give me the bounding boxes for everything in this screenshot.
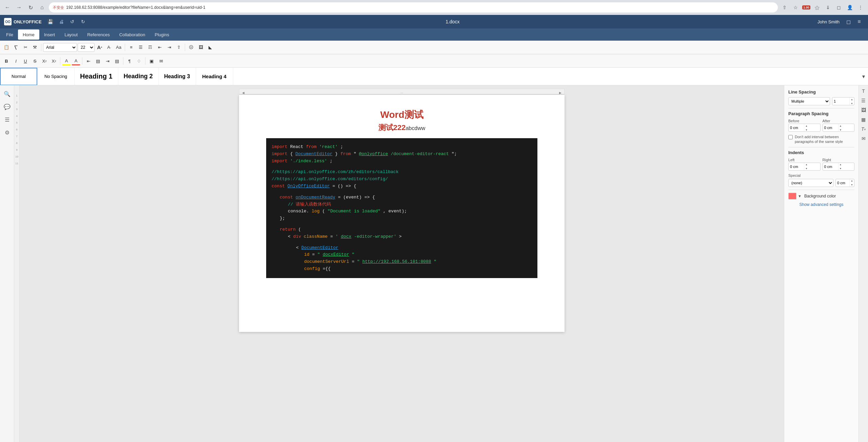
- text-panel-button[interactable]: T: [859, 87, 868, 96]
- chart-panel-button[interactable]: ▦: [859, 115, 868, 124]
- insert-image-button[interactable]: 🖼: [196, 43, 205, 52]
- line-spacing-decrement[interactable]: ▼: [850, 101, 854, 105]
- image-panel-button[interactable]: 🖼: [859, 106, 868, 114]
- save-button[interactable]: 💾: [46, 17, 55, 26]
- left-indent-input[interactable]: ▲ ▼: [788, 163, 821, 171]
- undo-button[interactable]: ↺: [67, 17, 77, 26]
- underline-button[interactable]: U: [21, 57, 30, 65]
- bookmark-button[interactable]: ☆: [791, 3, 800, 12]
- tab-home[interactable]: Home: [18, 29, 39, 40]
- style-no-spacing[interactable]: No Spacing: [37, 68, 75, 85]
- forward-button[interactable]: →: [14, 3, 24, 12]
- document-area[interactable]: ◀ ▶ ··· Word测试 测试222abcdww import React: [20, 85, 784, 442]
- special-cm-value[interactable]: [836, 181, 849, 185]
- profile-button[interactable]: 👤: [845, 3, 854, 12]
- extensions-button[interactable]: ⚝: [812, 3, 822, 12]
- styles-expand-button[interactable]: ▼: [859, 68, 868, 85]
- bullets-button[interactable]: ≡: [127, 43, 136, 52]
- extension-button[interactable]: 1.00: [802, 3, 811, 12]
- before-decrement[interactable]: ▼: [804, 128, 809, 132]
- before-input[interactable]: ▲ ▼: [788, 124, 821, 132]
- insert-chart-button[interactable]: ◣: [206, 43, 215, 52]
- line-spacing-increment[interactable]: ▲: [850, 97, 854, 101]
- left-indent-decrement[interactable]: ▼: [804, 167, 809, 171]
- align-left-button[interactable]: ⇤: [84, 57, 93, 65]
- subscript-button[interactable]: X2: [50, 57, 58, 65]
- plugin-sidebar-button[interactable]: ⚙: [1, 127, 13, 138]
- right-indent-decrement[interactable]: ▼: [839, 167, 843, 171]
- document-page[interactable]: Word测试 测试222abcdww import React from 're…: [239, 95, 565, 332]
- style-heading3[interactable]: Heading 3: [159, 68, 196, 85]
- right-indent-input[interactable]: ▲ ▼: [823, 163, 855, 171]
- format-painter-button[interactable]: ⚒: [31, 43, 39, 52]
- print-button[interactable]: 🖨: [57, 17, 66, 26]
- justify-button[interactable]: ▤: [113, 57, 121, 65]
- insert-shape2-button[interactable]: ♢: [135, 57, 143, 65]
- after-decrement[interactable]: ▼: [839, 128, 843, 132]
- tab-references[interactable]: References: [82, 29, 114, 40]
- comment-sidebar-button[interactable]: 💬: [1, 101, 13, 112]
- after-value[interactable]: [823, 126, 838, 130]
- tab-plugins[interactable]: Plugins: [150, 29, 174, 40]
- clear-style-button[interactable]: ☹: [187, 43, 196, 52]
- right-indent-increment[interactable]: ▲: [839, 163, 843, 167]
- expand-button[interactable]: ◻: [844, 17, 853, 26]
- increase-indent-button[interactable]: ⇥: [165, 43, 174, 52]
- special-increment[interactable]: ▲: [850, 179, 854, 183]
- signature-panel-button[interactable]: Ta: [859, 125, 868, 133]
- cut-button[interactable]: ✂: [21, 43, 30, 52]
- header-menu-button[interactable]: ≡: [854, 17, 864, 26]
- tab-insert[interactable]: Insert: [39, 29, 60, 40]
- style-heading1[interactable]: Heading 1: [75, 68, 118, 85]
- navigate-sidebar-button[interactable]: ☰: [1, 114, 13, 125]
- strikethrough-button[interactable]: S: [31, 57, 39, 65]
- search-sidebar-button[interactable]: 🔍: [1, 88, 13, 100]
- special-select[interactable]: (none): [788, 179, 833, 187]
- back-button[interactable]: ←: [3, 3, 12, 12]
- paste-button[interactable]: 📋: [2, 43, 11, 52]
- left-indent-value[interactable]: [789, 165, 804, 169]
- style-normal[interactable]: Normal: [0, 68, 37, 85]
- highlight-button[interactable]: A: [62, 57, 71, 65]
- style-heading2[interactable]: Heading 2: [118, 68, 159, 85]
- superscript-button[interactable]: X2: [40, 57, 49, 65]
- decrease-font-button[interactable]: A-: [105, 43, 114, 52]
- before-value[interactable]: [789, 126, 804, 130]
- italic-button[interactable]: I: [12, 57, 20, 65]
- increase-font-button[interactable]: A+: [95, 43, 104, 52]
- share-button[interactable]: ⇧: [780, 3, 789, 12]
- after-input[interactable]: ▲ ▼: [823, 124, 855, 132]
- no-interval-checkbox[interactable]: [788, 135, 793, 140]
- decrease-indent-button[interactable]: ⇤: [155, 43, 164, 52]
- line-spacing-type-select[interactable]: Multiple: [788, 97, 830, 105]
- copy-style-button[interactable]: ▣: [147, 57, 156, 65]
- copy-button[interactable]: ⎲: [12, 43, 20, 52]
- refresh-button[interactable]: ↻: [26, 3, 35, 12]
- address-bar[interactable]: 不安全 192.168.62.53:8088/example/editor?fi…: [49, 2, 778, 13]
- line-spacing-value-input[interactable]: ▲ ▼: [832, 97, 854, 105]
- color-dropdown-button[interactable]: ▼: [798, 194, 802, 198]
- download-button[interactable]: ⇓: [823, 3, 833, 12]
- font-color-button[interactable]: A: [72, 57, 80, 65]
- multilevel-list-button[interactable]: ☶: [146, 43, 155, 52]
- special-cm-input[interactable]: ▲ ▼: [835, 179, 854, 187]
- tab-layout[interactable]: Layout: [60, 29, 82, 40]
- tab-file[interactable]: File: [1, 29, 18, 40]
- align-center-button[interactable]: ▤: [94, 57, 102, 65]
- table-panel-button[interactable]: ☰: [859, 96, 868, 105]
- home-button[interactable]: ⌂: [37, 3, 47, 12]
- left-indent-increment[interactable]: ▲: [804, 163, 809, 167]
- right-indent-value[interactable]: [823, 165, 838, 169]
- line-spacing-button[interactable]: ⇧: [174, 43, 183, 52]
- numbered-list-button[interactable]: ☰: [136, 43, 145, 52]
- align-right-button[interactable]: ⇥: [103, 57, 112, 65]
- show-paragraph-marks-button[interactable]: ¶: [125, 57, 134, 65]
- mail-merge-button[interactable]: ✉: [157, 57, 165, 65]
- line-spacing-value[interactable]: [832, 99, 849, 103]
- after-increment[interactable]: ▲: [839, 124, 843, 128]
- style-heading4[interactable]: Heading 4: [196, 68, 233, 85]
- font-size-select[interactable]: 22: [78, 43, 95, 52]
- bold-button[interactable]: B: [2, 57, 11, 65]
- special-decrement[interactable]: ▼: [850, 183, 854, 187]
- tab-collaboration[interactable]: Collaboration: [115, 29, 150, 40]
